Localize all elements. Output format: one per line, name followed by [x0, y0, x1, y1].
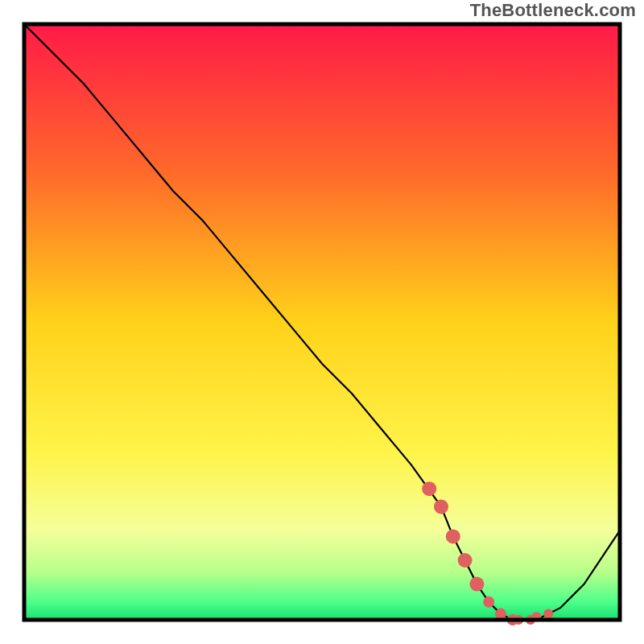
plot-background: [24, 24, 620, 620]
marker-dot: [469, 577, 484, 592]
marker-dot: [483, 597, 494, 608]
bottleneck-chart: [0, 0, 644, 644]
chart-container: TheBottleneck.com: [0, 0, 644, 644]
marker-dot: [458, 553, 473, 568]
marker-dot: [446, 529, 460, 543]
marker-dot: [422, 481, 436, 496]
marker-dot: [543, 609, 553, 619]
marker-dot: [434, 499, 448, 514]
watermark-label: TheBottleneck.com: [470, 0, 636, 21]
